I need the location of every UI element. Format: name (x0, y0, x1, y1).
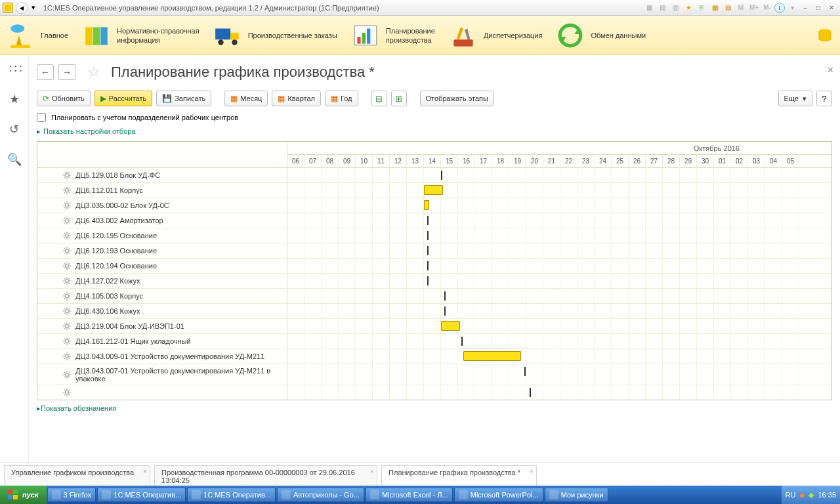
toolbar-icon[interactable]: ▥ (669, 3, 681, 13)
gantt-row[interactable]: ДЦ6.120.193 Основание (37, 243, 831, 259)
m-plus-button[interactable]: M+ (748, 3, 760, 13)
svg-line-22 (69, 173, 70, 174)
forward-button[interactable]: → (58, 64, 75, 80)
app-icon (102, 490, 111, 499)
quarter-button[interactable]: ▦Квартал (272, 91, 321, 106)
favorite-icon[interactable]: ★ (682, 3, 694, 13)
page-close-button[interactable]: × (828, 64, 833, 76)
calculate-button[interactable]: ▶Рассчитать (94, 91, 152, 106)
taskbar-item[interactable]: Microsoft Excel - Л... (366, 488, 453, 502)
document-tab[interactable]: Производственная программа 00-00000003 о… (154, 465, 377, 486)
more-button[interactable]: Еще▾ (778, 91, 812, 106)
star-icon[interactable]: ★ (9, 92, 20, 106)
taskbar-item[interactable]: 3 Firefox (47, 488, 96, 502)
gantt-row[interactable]: ДЦ6.112.011 Корпус (37, 183, 831, 198)
taskbar-item[interactable]: Microsoft PowerPoi... (454, 488, 543, 502)
svg-line-92 (64, 293, 66, 295)
svg-rect-151 (13, 490, 18, 494)
taskbar-item[interactable]: 1C:MES Оператив... (97, 488, 186, 502)
document-tab[interactable]: Управление графиком производства× (4, 465, 150, 486)
start-button[interactable]: пуск (0, 486, 47, 504)
gantt-row[interactable]: ДЦ6.403.002 Амортизатор (37, 213, 831, 228)
maximize-button[interactable]: □ (812, 3, 824, 13)
svg-line-146 (64, 390, 66, 391)
content-area: × ← → ☆ Планирование графика производств… (29, 55, 840, 462)
gantt-row[interactable]: ДЦ5.129.018 Блок УД-ФС (37, 168, 831, 183)
back-button[interactable]: ← (37, 64, 54, 80)
help-button[interactable]: ? (816, 91, 832, 106)
calc-icon[interactable]: ▦ (709, 3, 721, 13)
plan-subdivisions-checkbox[interactable] (37, 113, 46, 122)
gantt-row[interactable]: ДЦ4.105.003 Корпус (37, 289, 831, 304)
refresh-icon: ⟳ (43, 94, 49, 103)
tab-close-icon[interactable]: × (143, 467, 147, 475)
favorite-star-icon[interactable]: ☆ (87, 64, 100, 81)
toolbar-icon[interactable]: ▤ (656, 3, 668, 13)
svg-line-149 (64, 394, 66, 396)
calendar-icon[interactable]: ▤ (722, 3, 734, 13)
tab-close-icon[interactable]: × (530, 467, 534, 475)
nav-back-icon[interactable]: ◄ (16, 2, 28, 14)
minimize-button[interactable]: – (799, 3, 811, 13)
collapse-button[interactable]: ⊟ (371, 91, 387, 106)
svg-point-123 (65, 354, 68, 358)
gantt-row[interactable]: ДЦ4.161.212-01 Ящик укладочный (37, 334, 831, 349)
menu-reference[interactable]: Нормативно-справочная информация (83, 22, 200, 49)
taskbar-item[interactable]: Автоприколы - Go... (277, 488, 364, 502)
menu-more[interactable] (816, 22, 833, 49)
gantt-row[interactable]: ДЦ3.219.004 Блок УД-ИВЭП1-01 (37, 319, 831, 334)
info-dropdown[interactable]: ▾ (786, 3, 798, 13)
clock[interactable]: 16:35 (818, 491, 836, 499)
year-button[interactable]: ▦Год (325, 91, 358, 106)
link-icon[interactable]: ⎘ (696, 3, 707, 13)
play-icon: ▶ (100, 94, 106, 103)
gantt-row[interactable]: ДЦ6.120.194 Основание (37, 259, 831, 274)
tray-icon[interactable]: ◆ (808, 491, 814, 499)
gantt-row[interactable]: ДЦ3.043.009-01 Устройство документирован… (37, 349, 831, 364)
app-icon (549, 490, 558, 499)
menu-exchange[interactable]: Обмен данными (556, 22, 646, 49)
refresh-button[interactable]: ⟳Обновить (37, 91, 91, 106)
toolbar-icon[interactable]: ▦ (643, 3, 655, 13)
gantt-row[interactable] (37, 385, 831, 400)
svg-line-95 (64, 298, 66, 299)
menu-dispatch[interactable]: Диспетчеризация (450, 22, 543, 49)
document-tab[interactable]: Планирование графика производства *× (381, 465, 537, 486)
gantt-row-label: ДЦ4.161.212-01 Ящик укладочный (75, 337, 191, 345)
menu-main[interactable]: Главное (7, 22, 68, 49)
gantt-bar[interactable] (441, 321, 460, 331)
gantt-bar[interactable] (463, 351, 521, 361)
gantt-day-header: 27 (646, 155, 663, 168)
show-legend-link[interactable]: ▸Показать обозначения (37, 404, 832, 413)
m-minus-button[interactable]: M- (761, 3, 773, 13)
gantt-row[interactable]: ДЦ3.035.000-02 Блок УД-0С (37, 198, 831, 213)
gantt-row[interactable]: ДЦ3.043.007-01 Устройство документирован… (37, 364, 831, 385)
tray-icon[interactable]: ◆ (799, 491, 805, 499)
tab-close-icon[interactable]: × (370, 467, 374, 475)
expand-button[interactable]: ⊞ (391, 91, 407, 106)
show-filters-link[interactable]: ▸Показать настройки отбора (37, 127, 832, 136)
svg-line-110 (64, 324, 66, 325)
m-button[interactable]: M (735, 3, 747, 13)
gantt-row[interactable]: ДЦ4.127.022 Кожух (37, 274, 831, 289)
gantt-bar[interactable] (424, 185, 443, 195)
history-dropdown-icon[interactable]: ▾ (30, 2, 37, 14)
gantt-row[interactable]: ДЦ6.430.106 Кожух (37, 304, 831, 319)
menu-planning[interactable]: Планирование производства (352, 22, 435, 49)
search-icon[interactable]: 🔍 (7, 152, 22, 167)
taskbar-item[interactable]: Мои рисунки (545, 488, 608, 502)
history-icon[interactable]: ↺ (9, 122, 19, 136)
month-button[interactable]: ▦Месяц (224, 91, 268, 106)
gantt-day-header: 01 (714, 155, 731, 168)
gantt-bar[interactable] (424, 200, 429, 210)
save-button[interactable]: 💾Записать (156, 91, 211, 106)
info-icon[interactable]: i (774, 3, 785, 13)
menu-orders[interactable]: Производственные заказы (214, 22, 337, 49)
system-tray[interactable]: RU ◆ ◆ 16:35 (782, 486, 840, 504)
lang-indicator[interactable]: RU (786, 491, 796, 499)
taskbar-item[interactable]: 1C:MES Оператив... (187, 488, 276, 502)
apps-icon[interactable]: ∷∷ (9, 62, 20, 76)
close-button[interactable]: ✕ (826, 3, 837, 13)
gantt-row[interactable]: ДЦ6.120.195 Основание (37, 228, 831, 243)
stages-button[interactable]: Отображать этапы (420, 91, 494, 106)
